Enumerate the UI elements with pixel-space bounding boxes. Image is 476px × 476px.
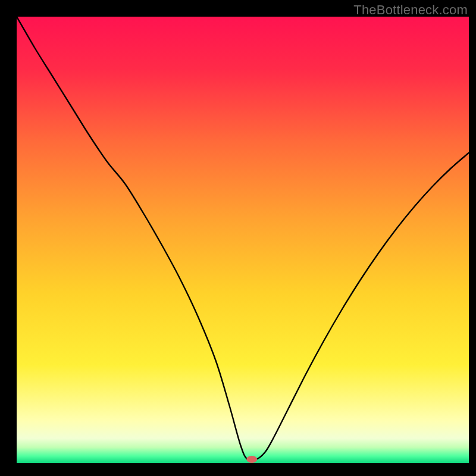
gradient-background: [17, 17, 469, 463]
chart-svg: [17, 17, 469, 463]
watermark-text: TheBottleneck.com: [353, 2, 468, 18]
optimal-point-marker: [246, 456, 257, 463]
chart-frame: TheBottleneck.com: [0, 0, 476, 476]
plot-area: [17, 17, 469, 463]
